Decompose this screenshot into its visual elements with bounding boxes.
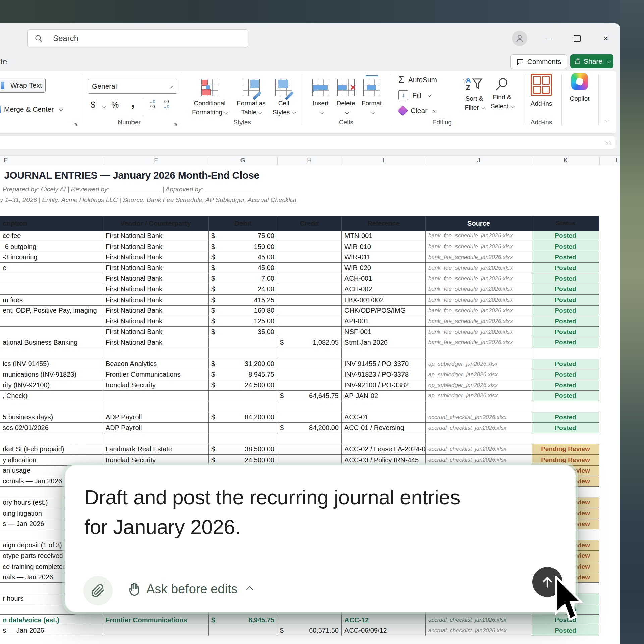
cell-source[interactable]: bank_fee_schedule_jan2026.xlsx bbox=[426, 284, 532, 295]
cell-debit[interactable]: $84,200.00 bbox=[209, 412, 277, 423]
cell-description[interactable]: y allocation bbox=[0, 455, 103, 466]
cell-description[interactable]: ce fee bbox=[0, 231, 103, 241]
header-reference[interactable]: Reference bbox=[342, 216, 426, 231]
cell-vendor[interactable] bbox=[103, 348, 209, 359]
cell-description[interactable] bbox=[0, 284, 103, 295]
column-header-E[interactable]: E bbox=[0, 157, 12, 164]
cell-description[interactable] bbox=[0, 316, 103, 327]
cell-debit[interactable]: $8,945.75 bbox=[209, 369, 277, 380]
cell-description[interactable]: -6 outgoing bbox=[0, 241, 103, 252]
cell-credit[interactable] bbox=[277, 380, 342, 391]
cell-debit[interactable]: $38,500.00 bbox=[209, 444, 277, 455]
cell-debit[interactable]: $415.25 bbox=[209, 295, 277, 306]
cell-vendor[interactable]: First National Bank bbox=[103, 337, 209, 348]
cell-vendor[interactable]: Ironclad Security bbox=[103, 380, 209, 391]
cell-reference[interactable]: CHK/ODP/POS/IMG bbox=[342, 306, 426, 316]
cell-reference[interactable] bbox=[342, 401, 426, 412]
cell-status[interactable] bbox=[532, 433, 599, 444]
cell-reference[interactable]: AP-JAN-02 bbox=[342, 391, 426, 401]
cell-description[interactable]: s — Jan 2026 bbox=[0, 625, 103, 636]
cell-reference[interactable]: NSF-001 bbox=[342, 327, 426, 337]
column-header-K[interactable]: K bbox=[559, 157, 572, 164]
copilot-button[interactable]: Copilot bbox=[559, 73, 600, 103]
cell-reference[interactable]: LBX-001/002 bbox=[342, 295, 426, 306]
cell-source[interactable] bbox=[426, 348, 532, 359]
cell-reference[interactable]: ACH-002 bbox=[342, 284, 426, 295]
cell-debit[interactable]: $24,500.00 bbox=[209, 455, 277, 466]
cell-vendor[interactable] bbox=[103, 391, 209, 401]
accounting-format-button[interactable]: $ bbox=[91, 100, 95, 110]
cell-source[interactable]: bank_fee_schedule_jan2026.xlsx bbox=[426, 306, 532, 316]
comma-style-button[interactable]: , bbox=[131, 97, 135, 110]
cell-reference[interactable]: INV-91455 / PO-3370 bbox=[342, 359, 426, 370]
cell-debit[interactable]: $24.00 bbox=[209, 284, 277, 295]
cell-vendor[interactable]: Ironclad Security bbox=[103, 455, 209, 466]
cell-vendor[interactable]: Frontier Communications bbox=[103, 615, 209, 626]
cell-vendor[interactable]: Frontier Communications bbox=[103, 369, 209, 380]
cell-debit[interactable]: $75.00 bbox=[209, 231, 277, 241]
header-description[interactable]: cription bbox=[0, 216, 103, 231]
cell-status[interactable]: Posted bbox=[532, 316, 599, 327]
cell-debit[interactable]: $31,200.00 bbox=[209, 359, 277, 370]
cell-description[interactable]: rket St (Feb prepaid) bbox=[0, 444, 103, 455]
cell-debit[interactable]: $125.00 bbox=[209, 316, 277, 327]
cell-reference[interactable]: MTN-001 bbox=[342, 231, 426, 241]
clear-button[interactable]: Clear bbox=[399, 107, 436, 115]
cell-status[interactable]: Posted bbox=[532, 231, 599, 241]
avatar[interactable] bbox=[512, 31, 527, 46]
cell-status[interactable]: Posted bbox=[532, 625, 599, 636]
fill-button[interactable]: ↓ Fill bbox=[398, 90, 430, 100]
cell-source[interactable]: bank_fee_schedule_jan2026.xlsx bbox=[426, 327, 532, 337]
cell-reference[interactable]: WIR-020 bbox=[342, 263, 426, 273]
cell-status[interactable]: Posted bbox=[532, 284, 599, 295]
cell-description[interactable]: , Check) bbox=[0, 391, 103, 401]
number-dialog-launcher[interactable]: ⇘ bbox=[174, 121, 178, 127]
ribbon-tab-fragment[interactable]: te bbox=[0, 57, 7, 66]
cell-description[interactable]: ses 02/01/2026 bbox=[0, 423, 103, 433]
cell-vendor[interactable]: First National Bank bbox=[103, 316, 209, 327]
cell-status[interactable]: Posted bbox=[532, 359, 599, 370]
cell-description[interactable]: n data/voice (est.) bbox=[0, 615, 103, 626]
cell-debit[interactable]: $45.00 bbox=[209, 263, 277, 273]
cell-credit[interactable] bbox=[277, 284, 342, 295]
alignment-dialog-launcher[interactable]: ⇘ bbox=[74, 121, 78, 127]
column-header-G[interactable]: G bbox=[236, 157, 250, 164]
cell-vendor[interactable] bbox=[103, 625, 209, 636]
cell-status[interactable]: Pending Review bbox=[532, 444, 599, 455]
cell-debit[interactable] bbox=[209, 423, 277, 433]
cell-source[interactable]: bank_fee_schedule_jan2026.xlsx bbox=[426, 295, 532, 306]
cell-vendor[interactable]: Beacon Analytics bbox=[103, 359, 209, 370]
cell-source[interactable]: accrual_checklist_jan2026.xlsx bbox=[426, 615, 532, 626]
cell-status[interactable]: Posted bbox=[532, 391, 599, 401]
cell-reference[interactable]: WIR-010 bbox=[342, 241, 426, 252]
number-format-select[interactable]: General bbox=[88, 79, 177, 94]
add-ins-button[interactable]: Add-ins bbox=[521, 74, 561, 108]
cell-source[interactable]: bank_fee_schedule_jan2026.xlsx bbox=[426, 231, 532, 241]
cell-status[interactable]: Posted bbox=[532, 241, 599, 252]
cell-source[interactable]: bank_fee_schedule_jan2026.xlsx bbox=[426, 241, 532, 252]
cell-description[interactable] bbox=[0, 327, 103, 337]
cell-vendor[interactable] bbox=[103, 433, 209, 444]
cell-credit[interactable]: $60,571.50 bbox=[277, 625, 342, 636]
cell-description[interactable]: ics (INV-91455) bbox=[0, 359, 103, 370]
cell-description[interactable] bbox=[0, 401, 103, 412]
cell-reference[interactable]: ACH-001 bbox=[342, 273, 426, 284]
cell-status[interactable]: Posted bbox=[532, 423, 599, 433]
cell-reference[interactable]: Stmt Jan 2026 bbox=[342, 337, 426, 348]
cell-status[interactable]: Posted bbox=[532, 327, 599, 337]
cell-source[interactable]: accrual_checklist_jan2026.xlsx bbox=[426, 423, 532, 433]
cell-credit[interactable]: $64,645.75 bbox=[277, 391, 342, 401]
cell-status[interactable]: Posted bbox=[532, 273, 599, 284]
percent-style-button[interactable]: % bbox=[111, 100, 119, 110]
close-button[interactable]: × bbox=[599, 32, 612, 45]
cell-source[interactable]: ap_subledger_jan2026.xlsx bbox=[426, 369, 532, 380]
cell-credit[interactable] bbox=[277, 241, 342, 252]
cell-debit[interactable] bbox=[209, 391, 277, 401]
ask-before-edits-toggle[interactable]: Ask before edits bbox=[127, 582, 253, 596]
cell-reference[interactable]: INV-91823 / PO-3378 bbox=[342, 369, 426, 380]
cell-credit[interactable] bbox=[277, 273, 342, 284]
cell-reference[interactable]: INV-92100 / PO-3382 bbox=[342, 380, 426, 391]
wrap-text-button[interactable]: Wrap Text bbox=[0, 78, 46, 93]
cell-vendor[interactable]: ADP Payroll bbox=[103, 423, 209, 433]
cell-description[interactable]: e bbox=[0, 263, 103, 273]
